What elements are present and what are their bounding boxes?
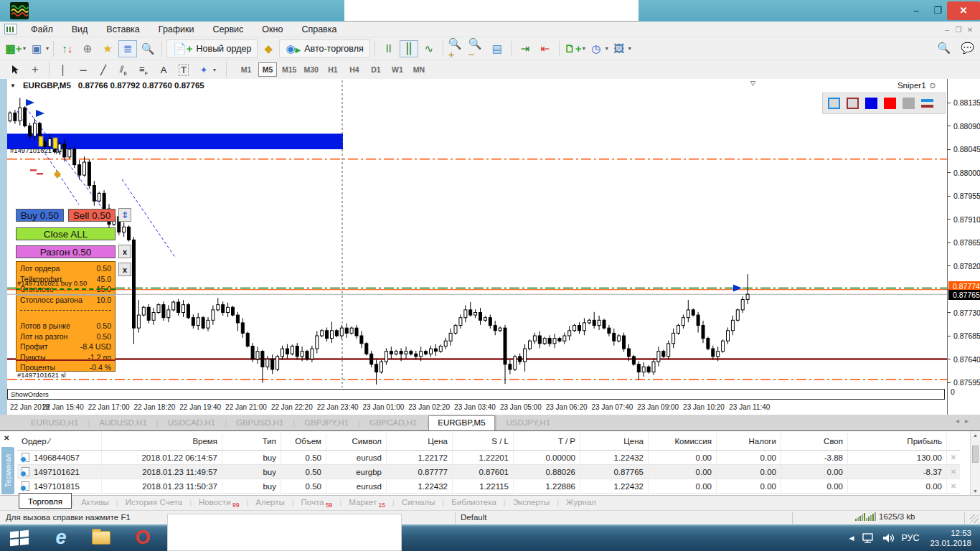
column-header-5[interactable]: Цена bbox=[387, 433, 453, 450]
column-header-0[interactable]: Ордер ∕ bbox=[17, 433, 102, 450]
chart-shift-marker[interactable]: ▽ bbox=[750, 80, 755, 87]
trendline-tool-icon[interactable]: ╱ bbox=[94, 61, 113, 78]
terminal-scrollbar[interactable]: ▲ ▼ bbox=[970, 431, 980, 495]
chart-collapse-icon[interactable]: ▼ bbox=[10, 83, 16, 89]
periods-dropdown-icon[interactable]: ▾ bbox=[606, 45, 608, 52]
close-order-icon[interactable]: ✕ bbox=[947, 482, 960, 490]
color-swatch-1[interactable] bbox=[847, 98, 859, 109]
timeframe-M15[interactable]: M15 bbox=[280, 62, 298, 77]
terminal-tab-Новости[interactable]: Новости 99 bbox=[192, 496, 246, 511]
column-header-3[interactable]: Объем bbox=[281, 433, 326, 450]
strategy-tester-icon[interactable]: 🔍 bbox=[138, 40, 157, 57]
zoom-in-icon[interactable]: 🔍+ bbox=[448, 40, 466, 57]
chart-tab-GBPJPY,H1[interactable]: GBPJPY,H1 bbox=[295, 416, 358, 429]
scroll-down-icon[interactable]: ▼ bbox=[971, 489, 980, 494]
bar-chart-mode-icon[interactable]: ǀǀ bbox=[380, 40, 398, 57]
chart-tab-USDCAD,H1[interactable]: USDCAD,H1 bbox=[159, 416, 225, 429]
panel-move-button[interactable]: ⇕ bbox=[118, 208, 131, 222]
accel-button[interactable]: Разгон 0.50 bbox=[16, 245, 116, 258]
terminal-tab-Сигналы[interactable]: Сигналы bbox=[395, 496, 443, 509]
timeframe-MN[interactable]: MN bbox=[410, 62, 428, 77]
terminal-tab-Активы[interactable]: Активы bbox=[74, 496, 116, 509]
chat-icon[interactable]: 💬 bbox=[961, 42, 974, 55]
channel-tool-icon[interactable]: ⫽E bbox=[114, 61, 133, 78]
terminal-tab-История Счета[interactable]: История Счета bbox=[118, 496, 190, 509]
terminal-tab-Алерты[interactable]: Алерты bbox=[248, 496, 291, 509]
terminal-tab-Торговля[interactable]: Торговля bbox=[19, 493, 72, 509]
show-orders-button[interactable]: ShowOrders bbox=[7, 389, 945, 400]
maximize-button[interactable]: ❐ bbox=[927, 1, 948, 20]
taskbar-clock[interactable]: 12:53 23.01.2018 bbox=[924, 527, 976, 549]
internet-explorer-icon[interactable]: e bbox=[49, 527, 73, 549]
horizontal-line-tool-icon[interactable]: ─ bbox=[74, 61, 93, 78]
column-header-7[interactable]: T / P bbox=[514, 433, 580, 450]
candlestick-mode-icon[interactable]: ⎥⎢ bbox=[400, 40, 418, 57]
child-minimize-button[interactable]: ‒ bbox=[941, 26, 953, 34]
tabs-scroll-right-icon[interactable]: ▸ bbox=[965, 417, 974, 425]
templates-button[interactable]: 🖼 bbox=[610, 40, 628, 57]
candlestick-chart[interactable] bbox=[7, 79, 947, 389]
scroll-up-icon[interactable]: ▲ bbox=[971, 431, 980, 438]
chart-tab-USDJPY,H1[interactable]: USDJPY,H1 bbox=[496, 416, 560, 429]
tabs-scroll-left-icon[interactable]: ◂ bbox=[956, 417, 965, 425]
close-all-button[interactable]: Close ALL bbox=[16, 227, 116, 240]
new-chart-button[interactable]: ▦+ bbox=[4, 40, 23, 57]
terminal-tab-Маркет[interactable]: Маркет 15 bbox=[341, 496, 392, 511]
terminal-tab-Журнал[interactable]: Журнал bbox=[559, 496, 603, 509]
column-header-12[interactable]: Прибыль bbox=[848, 433, 947, 450]
hidden-icons-arrow[interactable]: ◀ bbox=[847, 527, 857, 549]
column-header-10[interactable]: Налоги bbox=[717, 433, 781, 450]
opera-icon[interactable]: O bbox=[131, 527, 155, 549]
line-chart-mode-icon[interactable]: ∿ bbox=[420, 40, 438, 57]
close-order-icon[interactable]: ✕ bbox=[947, 468, 960, 476]
menu-item-Справка[interactable]: Справка bbox=[293, 23, 344, 36]
column-header-1[interactable]: Время bbox=[102, 433, 222, 450]
fibonacci-tool-icon[interactable]: ≡F bbox=[134, 61, 153, 78]
profiles-dropdown-icon[interactable]: ▾ bbox=[46, 45, 49, 52]
vertical-line-tool-icon[interactable]: │ bbox=[54, 61, 72, 78]
timeframe-H4[interactable]: H4 bbox=[345, 62, 364, 77]
color-swatch-4[interactable] bbox=[903, 98, 915, 109]
scroll-thumb[interactable] bbox=[972, 446, 979, 463]
templates-dropdown-icon[interactable]: ▾ bbox=[628, 45, 631, 52]
timeframe-M1[interactable]: M1 bbox=[237, 62, 255, 77]
crosshair-target-icon[interactable]: ⊕ bbox=[78, 40, 97, 57]
auto-trading-button[interactable]: ◉▶ Авто-торговля bbox=[279, 39, 369, 58]
language-indicator[interactable]: РУС bbox=[898, 527, 923, 549]
close-order-icon[interactable]: ✕ bbox=[947, 453, 960, 461]
zoom-out-icon[interactable]: 🔍− bbox=[468, 40, 486, 57]
column-header-9[interactable]: Комиссия bbox=[649, 433, 717, 450]
column-header-2[interactable]: Тип bbox=[222, 433, 281, 450]
market-watch-button[interactable]: ≣ bbox=[118, 40, 137, 57]
new-chart-dropdown-icon[interactable]: ▾ bbox=[23, 45, 26, 52]
child-restore-button[interactable]: ❐ bbox=[953, 26, 964, 34]
tile-windows-icon[interactable]: ▤ bbox=[488, 40, 507, 57]
menu-item-Вставка[interactable]: Вставка bbox=[98, 23, 147, 36]
crosshair-tool-icon[interactable]: + bbox=[26, 61, 44, 78]
menu-item-Окно[interactable]: Окно bbox=[254, 23, 291, 36]
timeframe-M5[interactable]: M5 bbox=[258, 62, 277, 77]
resize-grip[interactable] bbox=[970, 514, 979, 523]
color-swatch-2[interactable] bbox=[865, 98, 877, 109]
column-header-4[interactable]: Символ bbox=[326, 433, 387, 450]
chart-tab-AUDUSD,H1[interactable]: AUDUSD,H1 bbox=[90, 416, 156, 429]
periods-button[interactable]: ◷ bbox=[587, 40, 606, 57]
terminal-tab-Библиотека[interactable]: Библиотека bbox=[444, 496, 504, 509]
timeframe-H1[interactable]: H1 bbox=[324, 62, 342, 77]
text-tool-icon[interactable]: A bbox=[154, 61, 173, 78]
indicators-button[interactable]: 🗋+ bbox=[564, 40, 583, 57]
chart-tab-GBPUSD,H1[interactable]: GBPUSD,H1 bbox=[227, 416, 293, 429]
search-icon[interactable]: 🔍 bbox=[938, 42, 951, 55]
menu-item-Графики[interactable]: Графики bbox=[151, 23, 202, 36]
buy-button[interactable]: Buy 0.50 bbox=[16, 209, 64, 222]
network-icon[interactable] bbox=[859, 527, 877, 549]
cursor-tool-icon[interactable] bbox=[6, 61, 24, 78]
menu-item-Сервис[interactable]: Сервис bbox=[205, 23, 252, 36]
start-button[interactable] bbox=[7, 527, 32, 549]
color-swatch-5[interactable] bbox=[921, 98, 933, 109]
panel-close-button-2[interactable]: x bbox=[118, 263, 131, 276]
arrows-dropdown-icon[interactable]: ▾ bbox=[213, 67, 216, 73]
timeframe-W1[interactable]: W1 bbox=[388, 62, 407, 77]
menu-item-Вид[interactable]: Вид bbox=[64, 23, 96, 36]
terminal-close-icon[interactable]: ✕ bbox=[4, 434, 9, 442]
